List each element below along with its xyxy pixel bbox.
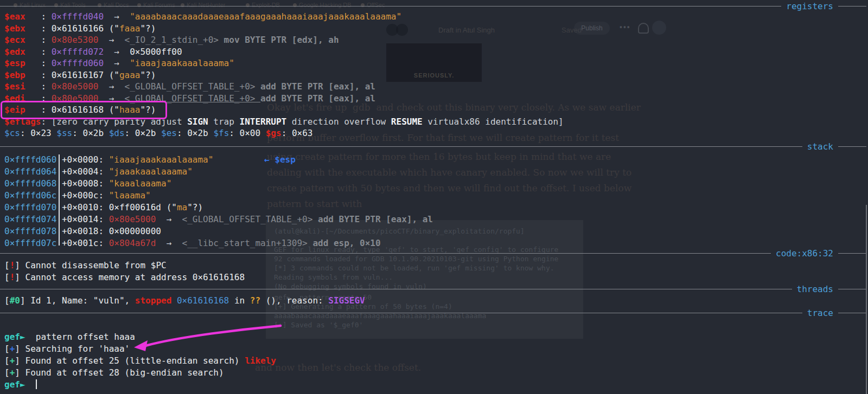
register-line-ebx-seg-2: 0×61616166: [52, 23, 104, 34]
register-line-eax-seg-4: "aaaabaaacaaadaaaeaaafaaagaaahaaaiaaajaa…: [130, 11, 401, 22]
code-divider-line-left: [0, 253, 771, 254]
trace-divider: trace: [0, 307, 866, 318]
register-line-edx-seg-0: $edx: [4, 47, 25, 57]
stack-row-5-seg-0: 0×ffffd074: [4, 214, 56, 224]
prompt-output-offset-28-seg-0: [: [4, 367, 10, 378]
register-line-esi-seg-0: $esi: [4, 81, 25, 92]
register-line-ebp-seg-2: 0×61616167: [52, 70, 104, 80]
register-line-ecx-seg-3: →: [98, 35, 124, 45]
stack-row-7: 0×ffffd07c +0×001c: 0×804a67d → <__libc_…: [4, 237, 381, 249]
register-line-ebp-seg-3: (": [104, 70, 119, 80]
register-line-ebp-seg-0: $ebp: [4, 70, 25, 80]
article-image-caption: SERIOUSLY.: [414, 72, 454, 79]
screenshot-ghost-line: Reading symbols from vuln...: [274, 273, 393, 282]
stack-divider-label: stack: [807, 141, 833, 152]
register-line-segments-seg-9: $es: [161, 128, 177, 138]
register-line-ebp-seg-1: :: [25, 70, 52, 80]
threads-line: [#0] Id 1, Name: "vuln", stopped 0×61616…: [4, 295, 365, 306]
code-error-line-1-seg-2: ]: [15, 272, 20, 282]
stack-row-1-seg-1: [56, 166, 62, 177]
stack-row-1-seg-0: 0×ffffd064: [4, 166, 56, 177]
stack-row-4-seg-3: 0×ff00616d: [109, 202, 161, 212]
stack-row-4-seg-4: (": [161, 202, 177, 212]
stack-row-2: 0×ffffd068 +0×0008: "kaaalaaama": [4, 178, 171, 189]
code-error-line-1: [!] Cannot access memory at address 0×61…: [4, 272, 245, 283]
register-line-ebp-seg-4: gaaa: [119, 70, 141, 80]
stack-row-5-seg-1: [56, 214, 62, 224]
stack-row-3: 0×ffffd06c +0×000c: "laaama": [4, 190, 151, 201]
register-line-ecx-seg-5: mov BYTE PTR [edx], ah: [224, 35, 339, 45]
threads-divider-label: threads: [797, 284, 833, 294]
prompt-output-searching: [+] Searching for 'haaa': [4, 343, 130, 354]
stack-row-1-seg-3: "jaaakaaalaaama": [109, 166, 193, 177]
terminal-cursor: [36, 379, 37, 389]
prompt-output-offset-25: [+] Found at offset 25 (little-endian se…: [4, 355, 276, 366]
code-error-line-0-seg-3: Cannot disassemble from $PC: [20, 260, 167, 270]
stack-row-7-seg-6: add esp, 0×10: [312, 238, 380, 248]
register-line-segments-seg-14: 0×00: [240, 128, 266, 138]
register-line-ecx-seg-1: :: [25, 35, 52, 45]
trace-divider-line-left: [0, 313, 802, 313]
register-line-eax-seg-0: $eax: [4, 11, 25, 22]
gef-terminal-screen[interactable]: Kali LinuxKali ToolsKali DocsKali Forums…: [0, 0, 868, 394]
register-line-eflags-seg-8: virtualx86 identification]: [423, 117, 564, 127]
register-line-edi-seg-5: add BYTE PTR [eax], al: [260, 93, 375, 104]
stack-row-4-seg-1: [56, 202, 62, 212]
register-line-segments-seg-0: $cs: [4, 128, 20, 138]
article-ghost-line: using create pattern for more then 16 by…: [267, 151, 611, 162]
stack-row-7-seg-4: →: [156, 238, 182, 248]
stack-row-4-seg-0: 0×ffffd070: [4, 202, 56, 212]
prompt-history-command-seg-1: pattern offset haaa: [25, 332, 135, 342]
stack-row-1: 0×ffffd064 +0×0004: "jaaakaaalaaama": [4, 166, 193, 177]
avatar: [652, 21, 666, 35]
code-divider: code:x86:32: [0, 248, 866, 259]
register-line-ebx-seg-0: $ebx: [4, 23, 25, 34]
stack-row-2-seg-3: "kaaalaaama": [109, 178, 172, 189]
registers-divider-line-left: [0, 6, 781, 7]
code-error-line-0: [!] Cannot disassemble from $PC: [4, 260, 167, 271]
stack-row-7-seg-1: [56, 238, 62, 248]
prompt-output-offset-25-seg-0: [: [4, 356, 10, 366]
eip-highlight-box: [1, 101, 167, 119]
stack-row-0: 0×ffffd060 +0×0000: "iaaajaaakaaalaaama"…: [4, 154, 213, 165]
threads-divider-line-right: [838, 289, 866, 289]
register-line-eflags-seg-4: trap: [208, 117, 240, 127]
stack-row-5-seg-4: →: [156, 214, 182, 224]
article-ghost-line: and now then let's check the offset.: [255, 362, 421, 373]
stack-row-6-seg-2: +0×0018:: [62, 226, 109, 236]
stack-row-7-seg-3: 0×804a67d: [109, 238, 156, 248]
esp-pointer-label: ← $esp: [264, 154, 296, 165]
stack-row-3-seg-0: 0×ffffd06c: [4, 190, 56, 201]
register-line-ebx-seg-5: "?): [140, 23, 156, 34]
stack-row-3-seg-1: [56, 190, 62, 201]
register-line-edx-seg-2: 0×ffffd072: [52, 47, 104, 57]
register-line-edx-seg-3: →: [104, 47, 130, 57]
prompt-output-offset-25-seg-4: likely: [245, 356, 276, 366]
stack-row-5-seg-3: 0×80e5000: [109, 214, 156, 224]
register-line-segments-seg-13: :: [229, 128, 239, 138]
register-line-ecx-seg-4: <_IO_2_1_stdin_+0>: [125, 35, 224, 45]
scrollbar[interactable]: [866, 205, 867, 394]
register-line-segments-seg-7: :: [125, 128, 135, 138]
screenshot-ghost-line: (atul@kali)-[~/Documents/picoCTF/binary_…: [274, 227, 525, 236]
register-line-esi-seg-1: :: [25, 81, 52, 92]
threads-line-seg-4: stopped: [135, 295, 171, 306]
stack-row-6-seg-0: 0×ffffd078: [4, 226, 56, 236]
code-error-line-0-seg-1: !: [10, 260, 15, 270]
threads-line-seg-7: in: [229, 295, 250, 306]
stack-row-2-seg-1: [56, 178, 62, 189]
registers-divider-line-right: [838, 6, 866, 7]
register-line-eax-seg-2: 0×ffffd040: [52, 11, 104, 22]
prompt-input-line-seg-0: gef►: [4, 379, 25, 390]
register-line-esp-seg-4: "iaaajaaakaaalaaama": [130, 58, 234, 68]
stack-row-5-seg-2: +0×0014:: [62, 214, 109, 224]
prompt-input-line[interactable]: gef►: [4, 379, 37, 390]
code-error-line-1-seg-1: !: [10, 272, 15, 282]
stack-row-0-seg-1: [56, 154, 62, 165]
register-line-eax-seg-3: →: [104, 11, 130, 22]
threads-line-seg-3: Id 1, Name: "vuln",: [25, 295, 135, 306]
register-line-segments-seg-12: $fs: [213, 128, 229, 138]
register-line-ebx-seg-1: :: [25, 23, 52, 34]
register-line-esp-seg-1: :: [25, 58, 52, 68]
register-line-segments-seg-16: :: [282, 128, 292, 138]
